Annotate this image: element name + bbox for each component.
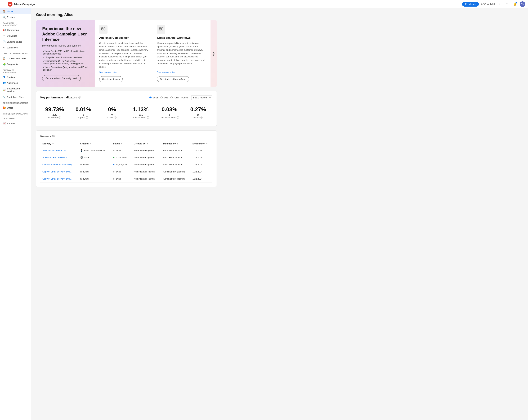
col-header-delivery[interactable]: Delivery ▼	[40, 141, 78, 147]
status-cell: Completed	[111, 154, 132, 161]
card1-release-notes-link[interactable]: See release notes	[99, 71, 149, 73]
sidebar-item-reports[interactable]: 📈 Reports	[0, 120, 31, 126]
kpi-radio-sms[interactable]: SMS	[160, 96, 168, 99]
offers-icon: 🎁	[3, 106, 6, 109]
sidebar-item-campaigns[interactable]: 📢 Campaigns	[0, 27, 31, 33]
period-select[interactable]: Last 3 months Last month Last 6 months L…	[191, 95, 212, 100]
modified-by-cell: Alice Simonet (simo...	[161, 161, 191, 168]
modified-on-cell: 1/22/2024	[191, 154, 212, 161]
notifications-icon[interactable]: 🔔	[512, 1, 518, 7]
kpi-unsubscriptions-label: Unsubscriptions ⓘ	[156, 116, 182, 119]
modified-on-cell: 1/22/2024	[191, 168, 212, 175]
delivery-cell[interactable]: Back in stock (DM9009)	[40, 147, 78, 154]
modified-by-cell: Administrator (admin)	[161, 175, 191, 182]
sidebar-item-workflows[interactable]: ⚙ Workflows	[0, 45, 31, 50]
help-icon[interactable]: ?	[504, 1, 510, 7]
sidebar-item-subscription-services[interactable]: 📊 Subscription services	[0, 86, 31, 94]
delivery-cell[interactable]: Check latest offers (DM9005)	[40, 161, 78, 168]
sidebar-item-fragments[interactable]: 🧩 Fragments	[0, 61, 31, 67]
kpi-clicks-count: 0	[99, 113, 125, 116]
sort-modified-by-icon: ▼	[177, 143, 178, 145]
kpi-email-radio-input[interactable]	[149, 96, 152, 99]
recents-info-icon[interactable]: ⓘ	[52, 135, 55, 138]
table-row: Password Reset (DM9007) 💬 SMS Completed …	[40, 154, 212, 161]
delivery-cell[interactable]: Copy of Email delivery (DM...	[40, 168, 78, 175]
sidebar-item-offers[interactable]: 🎁 Offers	[0, 105, 31, 111]
sidebar-item-label: Campaigns	[7, 29, 19, 31]
avatar[interactable]: AU	[520, 1, 525, 7]
sidebar-item-label: Explorer	[7, 16, 16, 19]
chevron-right-icon: ❯	[212, 52, 215, 56]
created-by-cell: Administrator (admin)	[132, 168, 161, 175]
sidebar-item-label: Home	[7, 10, 13, 13]
sidebar-item-landing-pages[interactable]: 📄 Landing pages	[0, 39, 31, 45]
sidebar-item-label: Workflows	[7, 46, 18, 49]
kpi-metric-delivered: 99.73% 20K Delivered ⓘ	[40, 104, 69, 122]
hero-left-panel: Experience the new Adobe Campaign User I…	[36, 20, 95, 87]
hero-subtitle: More modern, intuitive and dynamic.	[42, 44, 89, 47]
sidebar-item-predefined-filters[interactable]: 🔧 Predefined filters	[0, 94, 31, 100]
created-by-cell: Alice Simonet (simo...	[132, 147, 161, 154]
get-started-workflows-button[interactable]: Get started with workflows	[157, 76, 189, 82]
kpi-delivered-info-icon[interactable]: ⓘ	[59, 116, 61, 119]
kpi-radio-email[interactable]: Email	[149, 96, 158, 99]
kpi-subscriptions-info-icon[interactable]: ⓘ	[147, 116, 149, 119]
kpi-sms-radio-input[interactable]	[160, 96, 163, 99]
kpi-header: Key performance indicators ⓘ Email SMS	[40, 95, 212, 100]
create-audiences-button[interactable]: Create audiences	[99, 76, 123, 82]
card1-text: Create new audiences into a visual workf…	[99, 42, 149, 69]
kpi-opens-label: Opens ⓘ	[71, 116, 96, 119]
section-label-decision-management: DECISION MANAGEMENT	[0, 100, 31, 105]
kpi-sms-label: SMS	[163, 96, 168, 99]
status-dot-icon	[113, 150, 114, 151]
kpi-clicks-info-icon[interactable]: ⓘ	[114, 116, 117, 119]
hero-checklist-item: Next Generation Query modeler and Email …	[42, 66, 89, 71]
kpi-opens-info-icon[interactable]: ⓘ	[86, 116, 88, 119]
kpi-radio-group: Email SMS Push	[149, 96, 179, 99]
modified-by-cell: Alice Simonet (simo...	[161, 147, 191, 154]
kpi-metric-clicks: 0% 0 Clicks ⓘ	[98, 104, 127, 122]
kpi-info-icon[interactable]: ⓘ	[78, 96, 81, 99]
get-started-button[interactable]: Get started with Campaign Web	[42, 75, 81, 81]
col-header-channel[interactable]: Channel ▼	[78, 141, 111, 147]
kpi-subscriptions-value: 1.13%	[128, 106, 154, 113]
sidebar-item-label: Subscription services	[7, 87, 28, 93]
sidebar-item-home[interactable]: 🏠 Home	[0, 8, 31, 14]
sidebar-item-explorer[interactable]: 🔍 Explorer	[0, 14, 31, 20]
sidebar-item-deliveries[interactable]: ✈ Deliveries	[0, 33, 31, 39]
feedback-button[interactable]: Feedback	[462, 2, 479, 7]
col-header-modified-on[interactable]: Modified on ▼	[191, 141, 212, 147]
sidebar: 🏠 Home 🔍 Explorer CAMPAIGN MANAGEMENT 📢 …	[0, 8, 31, 420]
kpi-push-radio-input[interactable]	[170, 96, 173, 99]
hero-card-audience: Audience Composition Create new audience…	[95, 20, 153, 87]
account-label: ACC Web UI	[481, 3, 495, 6]
sort-status-icon: ▼	[121, 143, 122, 145]
kpi-unsubscriptions-info-icon[interactable]: ⓘ	[177, 116, 179, 119]
audience-composition-icon	[99, 25, 108, 34]
kpi-errors-info-icon[interactable]: ⓘ	[200, 116, 203, 119]
col-header-created-by[interactable]: Created by ▼	[132, 141, 161, 147]
layout: 🏠 Home 🔍 Explorer CAMPAIGN MANAGEMENT 📢 …	[0, 8, 528, 420]
channel-type-icon: 💬	[80, 156, 83, 159]
status-dot-icon	[113, 171, 114, 173]
app-name: Adobe Campaign	[13, 3, 35, 6]
delivery-cell[interactable]: Password Reset (DM9007)	[40, 154, 78, 161]
page-greeting: Good morning, Alice !	[36, 12, 217, 17]
status-text: Draft	[116, 149, 121, 152]
kpi-errors-count: 56	[185, 113, 211, 116]
delivery-cell[interactable]: Copy of Email delivery (DM...	[40, 175, 78, 182]
kpi-radio-push[interactable]: Push	[170, 96, 179, 99]
sidebar-item-audiences[interactable]: 👥 Audiences	[0, 80, 31, 86]
col-header-status[interactable]: Status ▼	[111, 141, 132, 147]
hamburger-menu-icon[interactable]: ☰	[3, 2, 6, 6]
sidebar-item-profiles[interactable]: 👤 Profiles	[0, 74, 31, 80]
apps-grid-icon[interactable]: ⠿	[497, 1, 502, 7]
sidebar-item-content-templates[interactable]: 📋 Content templates	[0, 55, 31, 61]
hero-next-arrow[interactable]: ❯	[211, 20, 217, 87]
card2-release-notes-link[interactable]: See release notes	[157, 71, 206, 73]
col-header-modified-by[interactable]: Modified by ▼	[161, 141, 191, 147]
status-dot-icon	[113, 164, 114, 165]
section-label-triggered-campaigns: TRIGGERED CAMPAIGNS	[0, 111, 31, 116]
kpi-delivered-count: 20K	[42, 113, 68, 116]
status-cell: Draft	[111, 147, 132, 154]
